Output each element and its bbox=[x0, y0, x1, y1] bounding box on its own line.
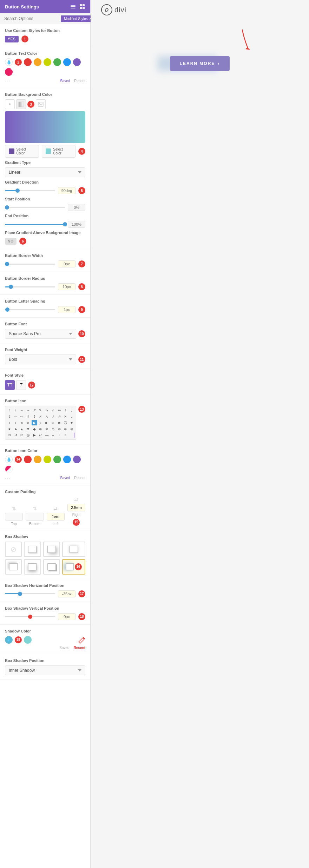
font-weight-select[interactable]: Bold bbox=[5, 355, 76, 364]
eyedropper-icon[interactable]: 💧 bbox=[5, 58, 13, 66]
gradient-direction-track[interactable] bbox=[5, 190, 55, 191]
shadow-none[interactable]: ⊘ bbox=[5, 542, 22, 557]
padding-left-input[interactable] bbox=[47, 513, 65, 521]
icon-vert-dots[interactable]: ⋮ bbox=[69, 408, 74, 413]
start-thumb[interactable] bbox=[5, 205, 9, 210]
icon-target[interactable]: ◎ bbox=[25, 432, 31, 438]
shadow-2[interactable] bbox=[43, 542, 60, 557]
search-input[interactable] bbox=[0, 13, 61, 24]
gradient-direction-thumb[interactable] bbox=[15, 188, 20, 193]
icon-star[interactable]: ★ bbox=[7, 426, 12, 432]
icon-frown[interactable]: ☹ bbox=[63, 420, 68, 425]
font-select[interactable]: Source Sans Pro bbox=[5, 329, 76, 339]
color-swatch-purple[interactable] bbox=[73, 58, 81, 66]
shadow-1[interactable] bbox=[24, 542, 41, 557]
shadow-v-thumb[interactable] bbox=[28, 615, 32, 619]
shadow-v-track[interactable] bbox=[5, 616, 55, 617]
pen-icon[interactable] bbox=[78, 636, 85, 644]
recent-label[interactable]: Recent bbox=[74, 79, 85, 83]
end-position-track[interactable] bbox=[5, 224, 65, 225]
gradient-stop-1[interactable]: Select Color bbox=[5, 145, 39, 158]
saved-label[interactable]: Saved bbox=[60, 79, 70, 83]
icon-refresh[interactable]: ⟳ bbox=[19, 432, 25, 438]
color-swatch-blue[interactable] bbox=[63, 58, 71, 66]
icon-left[interactable]: ← bbox=[19, 408, 25, 413]
layout-icon[interactable] bbox=[79, 4, 85, 10]
letter-spacing-thumb[interactable] bbox=[5, 307, 9, 312]
shadow-saved-label[interactable]: Saved bbox=[59, 646, 69, 650]
icon-color-yellow[interactable] bbox=[44, 456, 51, 463]
shadow-color-eyedropper[interactable]: 💧 bbox=[5, 636, 13, 644]
icon-angle-left[interactable]: ‹ bbox=[7, 420, 12, 425]
color-swatch-pink[interactable] bbox=[5, 68, 13, 76]
icon-up[interactable]: ↑ bbox=[7, 408, 12, 413]
icon-smile2[interactable]: ☻ bbox=[57, 420, 62, 425]
font-style-tt[interactable]: TT bbox=[5, 380, 15, 390]
bg-gradient-icon[interactable] bbox=[16, 99, 26, 109]
padding-right-input[interactable] bbox=[67, 504, 85, 511]
icon-skip[interactable]: ⏭ bbox=[44, 420, 50, 425]
icon-ccw[interactable]: ↺ bbox=[13, 432, 19, 438]
icon-color-red[interactable] bbox=[24, 456, 32, 463]
gradient-stop-2[interactable]: Select Color bbox=[42, 145, 76, 158]
end-thumb[interactable] bbox=[63, 222, 67, 226]
shadow-6[interactable] bbox=[43, 559, 60, 575]
icon-cross[interactable]: ⤧ bbox=[63, 414, 68, 419]
color-swatch-yellow[interactable] bbox=[44, 58, 51, 66]
icon-saved-label[interactable]: Saved bbox=[60, 476, 70, 480]
icon-diag3[interactable]: ↗ bbox=[50, 414, 56, 419]
shadow-recent-label[interactable]: Recent bbox=[74, 646, 85, 650]
icon-recent-label[interactable]: Recent bbox=[74, 476, 85, 480]
place-gradient-toggle[interactable]: NO bbox=[5, 238, 17, 245]
border-radius-thumb[interactable] bbox=[9, 285, 13, 289]
icon-back[interactable]: ↩ bbox=[38, 432, 44, 438]
color-swatch-green[interactable] bbox=[53, 58, 61, 66]
icon-ud[interactable]: ↕ bbox=[63, 408, 68, 413]
icon-color-purple[interactable] bbox=[73, 456, 81, 463]
icon-diag1[interactable]: ⤢ bbox=[38, 414, 44, 419]
learn-more-button[interactable]: LEARN MORE › bbox=[170, 56, 230, 71]
icon-dbl-left[interactable]: « bbox=[19, 420, 25, 425]
icon-dot-circle[interactable]: ⊙ bbox=[50, 426, 56, 432]
border-width-thumb[interactable] bbox=[5, 262, 9, 266]
modified-styles-badge[interactable]: Modified Styles ✕ bbox=[61, 15, 95, 22]
icon-color-orange[interactable] bbox=[34, 456, 41, 463]
icon-shift-down[interactable]: ⇩ bbox=[25, 414, 31, 419]
icon-right[interactable]: → bbox=[25, 408, 31, 413]
icon-arrow[interactable]: ➤ bbox=[13, 426, 19, 432]
letter-spacing-track[interactable] bbox=[5, 309, 55, 310]
icon-x-circle[interactable]: ⊗ bbox=[44, 426, 50, 432]
icon-color-pen[interactable] bbox=[5, 465, 13, 473]
icon-tri-down[interactable]: ▼ bbox=[25, 426, 31, 432]
icon-endash[interactable]: – bbox=[50, 432, 56, 438]
icon-color-blue[interactable] bbox=[63, 456, 71, 463]
shadow-color-teal[interactable] bbox=[24, 636, 32, 644]
border-width-track[interactable] bbox=[5, 264, 55, 265]
icon-equal-circle[interactable]: ⊜ bbox=[69, 426, 74, 432]
icon-smile[interactable]: ☺ bbox=[50, 420, 56, 425]
icon-diag4[interactable]: ⇗ bbox=[57, 414, 62, 419]
icon-times[interactable]: × bbox=[63, 432, 68, 438]
shadow-4[interactable] bbox=[5, 559, 22, 575]
padding-top-input[interactable] bbox=[5, 513, 23, 521]
border-radius-track[interactable] bbox=[5, 286, 55, 287]
icon-diamond[interactable]: ◆ bbox=[32, 426, 37, 432]
icon-shift-left[interactable]: ⇦ bbox=[13, 414, 19, 419]
icon-heart[interactable]: ♥ bbox=[69, 420, 74, 425]
icon-play-o[interactable]: ▷ bbox=[38, 420, 44, 425]
icon-play2[interactable]: ▶ bbox=[32, 432, 37, 438]
icon-plus[interactable]: + bbox=[57, 432, 62, 438]
icon-shift-right[interactable]: ⇨ bbox=[19, 414, 25, 419]
color-swatch-red[interactable] bbox=[24, 58, 32, 66]
bg-image-icon[interactable] bbox=[36, 99, 46, 109]
icon-color-eyedropper[interactable]: 💧 bbox=[5, 456, 13, 463]
shadow-selected[interactable]: 16 bbox=[62, 559, 85, 575]
icon-lr[interactable]: ⇔ bbox=[57, 408, 62, 413]
icon-dbl-right[interactable]: » bbox=[25, 420, 31, 425]
icon-dash[interactable]: — bbox=[44, 432, 50, 438]
icon-asterisk[interactable]: ⊛ bbox=[63, 426, 68, 432]
icon-plus-circle[interactable]: ⊕ bbox=[38, 426, 44, 432]
start-position-track[interactable] bbox=[5, 207, 65, 208]
icon-tri-up[interactable]: ▲ bbox=[19, 426, 25, 432]
icon-ne[interactable]: ↗ bbox=[32, 408, 37, 413]
